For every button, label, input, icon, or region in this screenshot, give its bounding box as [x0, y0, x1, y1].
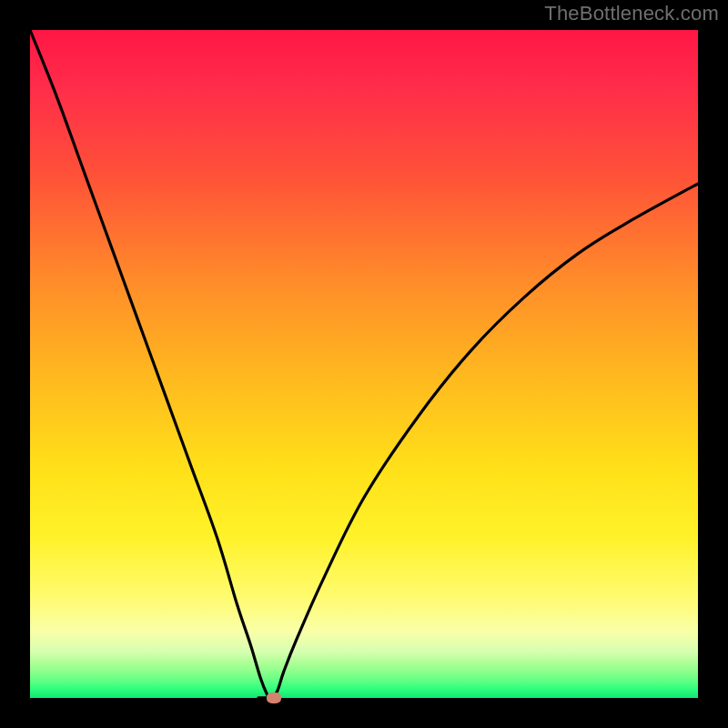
plot-area — [30, 30, 698, 698]
optimal-point-marker — [267, 693, 281, 703]
curve-layer — [30, 30, 698, 698]
watermark-text: TheBottleneck.com — [544, 2, 719, 25]
bottleneck-curve — [30, 30, 698, 698]
chart-root: TheBottleneck.com — [0, 0, 728, 728]
